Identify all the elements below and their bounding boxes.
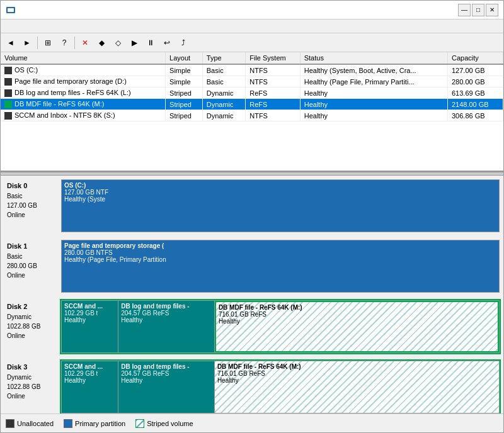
table-row[interactable]: SCCM and Inbox - NTFS 8K (S:) Striped Dy… (1, 110, 503, 121)
cell-filesystem: NTFS (246, 110, 300, 121)
undo-button[interactable]: ↩ (159, 35, 175, 50)
col-filesystem[interactable]: File System (246, 52, 300, 64)
cell-capacity: 306.86 GB (447, 110, 503, 121)
volume-icon (4, 78, 12, 86)
window-controls: — □ ✕ (458, 4, 498, 16)
redo-button[interactable]: ⤴ (176, 35, 191, 50)
show-button[interactable]: ⊞ (40, 35, 55, 50)
disk-partitions-outer: SCCM and ... 102.29 GB t Healthy DB log … (60, 299, 501, 354)
menu-file[interactable] (3, 25, 13, 28)
play-button[interactable]: ▶ (127, 35, 142, 50)
disk-partition[interactable]: DB log and temp files - 204.57 GB ReFS H… (118, 301, 215, 352)
partition-size: 280.00 GB NTFS (64, 249, 496, 256)
cell-capacity: 127.00 GB (447, 64, 503, 76)
disk-partition[interactable]: DB log and temp files - 204.57 GB ReFS H… (118, 361, 215, 413)
cell-layout: Striped (166, 99, 203, 110)
partition-size: 127.00 GB NTF (64, 189, 496, 196)
help-button[interactable]: ? (57, 35, 72, 50)
cell-status: Healthy (300, 99, 447, 110)
pause-button[interactable]: ⏸ (143, 35, 158, 50)
disk-partition[interactable]: SCCM and ... 102.29 GB t Healthy (62, 361, 118, 413)
cell-filesystem: ReFS (246, 99, 300, 110)
cell-status: Healthy (300, 110, 447, 121)
disk-label: Disk 3Dynamic1022.88 GBOnline (3, 359, 60, 413)
disk-partition[interactable]: DB MDF file - ReFS 64K (M:) 716.01 GB Re… (215, 361, 499, 413)
col-volume[interactable]: Volume (1, 52, 166, 64)
menu-view[interactable] (23, 25, 33, 28)
toolbar-separator-2 (74, 37, 75, 49)
cell-volume: Page file and temporary storage (D:) (1, 76, 166, 87)
cell-layout: Striped (166, 87, 203, 99)
partition-size: 716.01 GB ReFS (219, 311, 495, 318)
partition-size: 204.57 GB ReFS (121, 310, 212, 317)
cell-status: Healthy (Page File, Primary Partiti... (300, 76, 447, 87)
cell-type: Basic (202, 76, 245, 87)
col-layout[interactable]: Layout (166, 52, 203, 64)
cell-capacity: 280.00 GB (447, 76, 503, 87)
disk-visual-area[interactable]: Disk 0Basic127.00 GBOnline OS (C:) 127.0… (1, 176, 503, 413)
delete-button[interactable]: ✕ (77, 35, 93, 50)
legend-striped: Striped volume (135, 419, 193, 428)
cell-capacity: 613.69 GB (447, 87, 503, 99)
disk-row: Disk 0Basic127.00 GBOnline OS (C:) 127.0… (3, 178, 501, 233)
volume-table-area[interactable]: Volume Layout Type File System Status Ca… (1, 52, 503, 172)
cell-layout: Simple (166, 64, 203, 76)
legend-unallocated-label: Unallocated (17, 420, 54, 427)
partition-size: 204.57 GB ReFS (121, 370, 212, 377)
partition-status: Healthy (121, 377, 212, 384)
volume-icon (4, 112, 12, 120)
disk-partition[interactable]: OS (C:) 127.00 GB NTF Healthy (Syste (62, 180, 499, 232)
toolbar-separator (37, 37, 38, 49)
partition-size: 102.29 GB t (64, 370, 115, 377)
table-row[interactable]: DB log and temp files - ReFS 64K (L:) St… (1, 87, 503, 99)
minimize-button[interactable]: — (458, 4, 471, 16)
cell-filesystem: NTFS (246, 76, 300, 87)
partition-size: 716.01 GB ReFS (217, 370, 496, 377)
disk-partition[interactable]: DB MDF file - ReFS 64K (M:) 716.01 GB Re… (215, 301, 499, 352)
legend: Unallocated Primary partition Striped vo… (1, 413, 503, 432)
partition-name: OS (C:) (64, 182, 496, 189)
menu-help[interactable] (33, 25, 43, 28)
cell-status: Healthy (System, Boot, Active, Cra... (300, 64, 447, 76)
forward-button[interactable]: ► (20, 35, 35, 50)
col-type[interactable]: Type (202, 52, 245, 64)
cell-type: Dynamic (202, 87, 245, 99)
col-status[interactable]: Status (300, 52, 447, 64)
disk-partition[interactable]: SCCM and ... 102.29 GB t Healthy (62, 301, 118, 352)
volume-icon (4, 89, 12, 97)
partition-name: DB MDF file - ReFS 64K (M:) (219, 304, 495, 311)
cell-type: Dynamic (202, 110, 245, 121)
new-button[interactable]: ◆ (94, 35, 109, 50)
cell-volume: SCCM and Inbox - NTFS 8K (S:) (1, 110, 166, 121)
menu-action[interactable] (13, 25, 23, 28)
cell-volume: OS (C:) (1, 64, 166, 76)
partition-status: Healthy (Page File, Primary Partition (64, 256, 496, 263)
cell-volume: DB log and temp files - ReFS 64K (L:) (1, 87, 166, 99)
disk-partitions: Page file and temporary storage ( 280.00… (61, 240, 500, 293)
main-content: Volume Layout Type File System Status Ca… (1, 52, 503, 432)
close-button[interactable]: ✕ (486, 4, 498, 16)
toolbar: ◄ ► ⊞ ? ✕ ◆ ◇ ▶ ⏸ ↩ ⤴ (1, 33, 503, 52)
maximize-button[interactable]: □ (472, 4, 484, 16)
legend-primary: Primary partition (64, 419, 125, 428)
partition-name: DB log and temp files - (121, 363, 212, 370)
disk-partition[interactable]: Page file and temporary storage ( 280.00… (62, 240, 499, 292)
partition-size: 102.29 GB t (64, 310, 115, 317)
table-row[interactable]: OS (C:) Simple Basic NTFS Healthy (Syste… (1, 64, 503, 76)
disk-label: Disk 2Dynamic1022.88 GBOnline (3, 299, 60, 354)
col-capacity[interactable]: Capacity (447, 52, 503, 64)
cell-volume: DB MDF file - ReFS 64K (M:) (1, 99, 166, 110)
table-row[interactable]: Page file and temporary storage (D:) Sim… (1, 76, 503, 87)
cell-layout: Striped (166, 110, 203, 121)
partition-name: Page file and temporary storage ( (64, 242, 496, 249)
partition-status: Healthy (219, 318, 495, 325)
cell-filesystem: NTFS (246, 64, 300, 76)
table-row[interactable]: DB MDF file - ReFS 64K (M:) Striped Dyna… (1, 99, 503, 110)
cell-filesystem: ReFS (246, 87, 300, 99)
app-icon (6, 5, 16, 15)
legend-unallocated: Unallocated (6, 419, 54, 428)
back-button[interactable]: ◄ (3, 35, 18, 50)
disk-partitions-outer: SCCM and ... 102.29 GB t Healthy DB log … (60, 359, 501, 413)
format-button[interactable]: ◇ (110, 35, 125, 50)
volume-table: Volume Layout Type File System Status Ca… (1, 52, 503, 121)
